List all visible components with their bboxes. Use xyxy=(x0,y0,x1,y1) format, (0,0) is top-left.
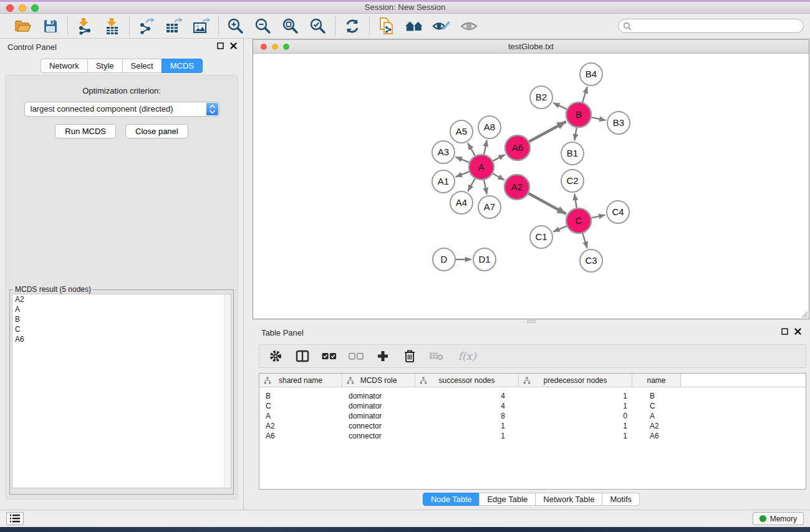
function-builder-button[interactable]: f(x) xyxy=(456,349,478,364)
node-A2[interactable]: A2 xyxy=(504,175,529,200)
edge-A6-B[interactable] xyxy=(529,122,566,142)
node-B2[interactable]: B2 xyxy=(530,86,552,109)
edge-C-C1[interactable] xyxy=(553,226,566,231)
home-layout-button[interactable] xyxy=(405,17,423,36)
edge-A-A5[interactable] xyxy=(468,143,475,155)
search-input[interactable] xyxy=(618,19,804,33)
network-zoom-button[interactable] xyxy=(283,44,289,50)
node-A5[interactable]: A5 xyxy=(450,120,473,143)
edge-C-C2[interactable] xyxy=(574,194,577,208)
export-image-button[interactable] xyxy=(192,17,211,36)
select-all-button[interactable] xyxy=(322,349,337,364)
hide-graphics-button[interactable] xyxy=(432,17,451,36)
task-history-button[interactable] xyxy=(6,512,24,525)
table-row[interactable]: Adominator80A xyxy=(259,411,806,421)
node-C2[interactable]: C2 xyxy=(561,170,584,192)
column-header-name[interactable]: name xyxy=(632,374,681,387)
close-panel-icon[interactable] xyxy=(230,42,237,49)
mcds-result-item[interactable]: A6 xyxy=(12,334,231,344)
run-mcds-button[interactable]: Run MCDS xyxy=(55,124,116,138)
edge-B-B3[interactable] xyxy=(592,117,606,120)
node-A7[interactable]: A7 xyxy=(478,196,501,218)
node-D1[interactable]: D1 xyxy=(473,248,496,271)
export-network-button[interactable] xyxy=(137,17,156,36)
tab-mcds[interactable]: MCDS xyxy=(162,59,203,73)
edge-A-A4[interactable] xyxy=(468,178,475,191)
float-table-panel-icon[interactable] xyxy=(781,328,788,335)
node-B3[interactable]: B3 xyxy=(607,112,630,134)
zoom-selected-button[interactable] xyxy=(309,17,327,36)
delete-table-button[interactable] xyxy=(429,349,444,364)
mcds-result-list[interactable]: A2ABCA6 xyxy=(12,294,231,488)
tab-node-table[interactable]: Node Table xyxy=(423,493,480,506)
node-A1[interactable]: A1 xyxy=(432,170,455,193)
tab-network[interactable]: Network xyxy=(41,59,88,73)
node-A4[interactable]: A4 xyxy=(450,191,473,214)
edge-A-A3[interactable] xyxy=(456,157,470,163)
node-B[interactable]: B xyxy=(566,102,591,127)
tab-select[interactable]: Select xyxy=(122,59,162,73)
scrollbar-track[interactable] xyxy=(224,294,231,488)
zoom-in-button[interactable] xyxy=(226,17,245,36)
tab-style[interactable]: Style xyxy=(87,59,123,73)
mcds-result-item[interactable]: B xyxy=(12,314,231,324)
table-row[interactable]: A2connector11A2 xyxy=(259,421,806,431)
splitter-handle[interactable] xyxy=(527,320,536,323)
network-minimize-button[interactable] xyxy=(272,44,278,50)
edge-B-B2[interactable] xyxy=(553,103,567,109)
import-network-button[interactable] xyxy=(75,17,94,36)
minimize-window-button[interactable] xyxy=(19,4,26,12)
node-A8[interactable]: A8 xyxy=(478,116,501,138)
edge-A-A1[interactable] xyxy=(456,172,470,177)
edge-B-B1[interactable] xyxy=(574,128,576,141)
network-canvas[interactable]: B4B2BB3A8A5A6B1A3AC2A1A2A4A7C4CC1DD1C3 xyxy=(253,54,809,319)
network-graph[interactable]: B4B2BB3A8A5A6B1A3AC2A1A2A4A7C4CC1DD1C3 xyxy=(253,54,809,319)
column-header-predecessor-nodes[interactable]: predecessor nodes xyxy=(519,374,632,387)
edge-A-A7[interactable] xyxy=(484,180,487,195)
node-B1[interactable]: B1 xyxy=(561,142,584,165)
save-session-button[interactable] xyxy=(41,17,60,36)
edge-C-C3[interactable] xyxy=(582,233,587,248)
node-A6[interactable]: A6 xyxy=(505,135,530,160)
tab-edge-table[interactable]: Edge Table xyxy=(479,493,536,506)
node-C1[interactable]: C1 xyxy=(530,226,552,248)
deselect-all-button[interactable] xyxy=(349,349,364,364)
node-A[interactable]: A xyxy=(469,155,494,180)
table-row[interactable]: Bdominator41B xyxy=(259,391,806,401)
node-A3[interactable]: A3 xyxy=(432,141,455,163)
network-close-button[interactable] xyxy=(261,44,267,50)
node-D[interactable]: D xyxy=(433,248,455,271)
column-header-successor-nodes[interactable]: successor nodes xyxy=(415,374,519,387)
table-row[interactable]: Cdominator41C xyxy=(259,401,806,411)
clone-network-button[interactable] xyxy=(377,17,396,36)
show-graphics-button[interactable] xyxy=(460,17,478,36)
node-C[interactable]: C xyxy=(566,208,591,233)
resize-grip-icon[interactable] xyxy=(800,310,808,318)
show-column-panel-button[interactable] xyxy=(295,349,310,364)
node-table[interactable]: shared nameMCDS rolesuccessor nodesprede… xyxy=(259,373,806,490)
table-row[interactable]: A6connector11A6 xyxy=(259,431,806,441)
float-panel-icon[interactable] xyxy=(217,42,224,49)
edge-A-A6[interactable] xyxy=(493,155,505,161)
refresh-layout-button[interactable] xyxy=(343,17,362,36)
memory-button[interactable]: Memory xyxy=(753,512,804,525)
open-file-button[interactable] xyxy=(14,17,32,36)
table-settings-button[interactable] xyxy=(268,349,283,364)
zoom-fit-button[interactable] xyxy=(281,17,300,36)
zoom-window-button[interactable] xyxy=(31,4,39,12)
delete-column-button[interactable] xyxy=(402,349,417,364)
zoom-out-button[interactable] xyxy=(254,17,272,36)
close-window-button[interactable] xyxy=(6,4,14,12)
column-header-MCDS-role[interactable]: MCDS role xyxy=(342,374,415,387)
close-table-panel-icon[interactable] xyxy=(794,328,801,335)
mcds-result-item[interactable]: C xyxy=(12,324,231,334)
close-panel-button[interactable]: Close panel xyxy=(125,124,188,138)
node-C4[interactable]: C4 xyxy=(607,201,629,223)
edge-C-C4[interactable] xyxy=(591,215,605,218)
column-header-shared-name[interactable]: shared name xyxy=(259,374,342,387)
export-table-button[interactable] xyxy=(165,17,183,36)
edge-A-A8[interactable] xyxy=(484,140,487,155)
create-column-button[interactable] xyxy=(375,349,390,364)
edge-A2-C[interactable] xyxy=(528,193,566,214)
import-table-button[interactable] xyxy=(103,17,122,36)
